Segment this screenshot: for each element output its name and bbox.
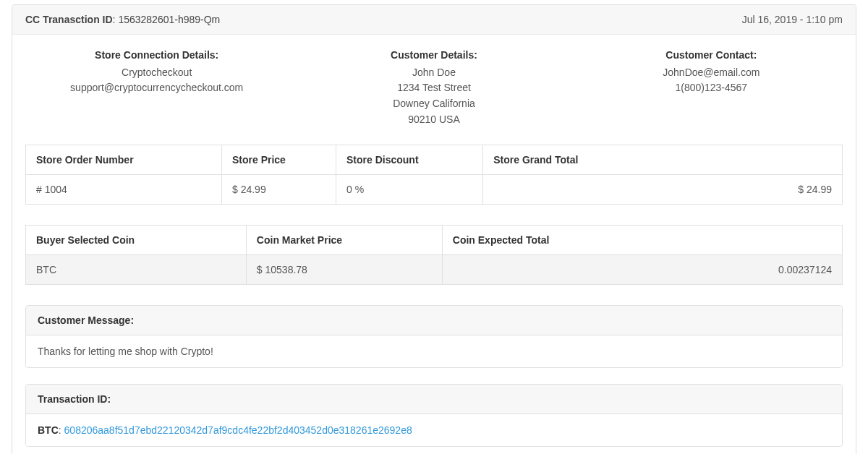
customer-contact-email: JohnDoe@email.com [580, 65, 843, 81]
store-connection-details: Store Connection Details: Cryptocheckout… [25, 48, 288, 127]
col-market-price: Coin Market Price [246, 226, 442, 255]
customer-postal: 90210 USA [302, 112, 565, 128]
transaction-id-body: BTC: 608206aa8f51d7ebd22120342d7af9cdc4f… [26, 414, 842, 446]
customer-message-body: Thanks for letting me shop with Crypto! [26, 335, 842, 367]
card-header: CC Tranasction ID: 1563282601-h989-Qm Ju… [12, 5, 856, 35]
col-store-price: Store Price [221, 145, 336, 175]
store-email: support@cryptocurrencycheckout.com [25, 80, 288, 96]
customer-contact-phone: 1(800)123-4567 [580, 80, 843, 96]
col-store-grand-total: Store Grand Total [483, 145, 843, 175]
cell-store-price: $ 24.99 [221, 175, 336, 205]
coin-table-row: BTC $ 10538.78 0.00237124 [26, 255, 843, 285]
cc-transaction-id: CC Tranasction ID: 1563282601-h989-Qm [25, 14, 220, 25]
customer-contact: Customer Contact: JohnDoe@email.com 1(80… [580, 48, 843, 127]
cell-order-number: # 1004 [26, 175, 222, 205]
col-selected-coin: Buyer Selected Coin [26, 226, 247, 255]
order-table-header-row: Store Order Number Store Price Store Dis… [26, 145, 843, 175]
customer-city: Downey California [302, 96, 565, 112]
coin-table: Buyer Selected Coin Coin Market Price Co… [25, 225, 843, 285]
cell-store-grand-total: $ 24.99 [483, 175, 843, 205]
customer-message-title: Customer Message: [26, 306, 842, 335]
transaction-coin-label: BTC [38, 424, 59, 436]
transaction-id-title: Transaction ID: [26, 385, 842, 414]
coin-table-header-row: Buyer Selected Coin Coin Market Price Co… [26, 226, 843, 255]
col-order-number: Store Order Number [26, 145, 222, 175]
customer-details-title: Customer Details: [302, 48, 565, 64]
order-table: Store Order Number Store Price Store Dis… [25, 145, 843, 205]
customer-street: 1234 Test Street [302, 80, 565, 96]
col-expected-total: Coin Expected Total [442, 226, 842, 255]
cc-transaction-id-value: 1563282601-h989-Qm [118, 14, 220, 25]
customer-name: John Doe [302, 65, 565, 81]
customer-message-panel: Customer Message: Thanks for letting me … [25, 305, 843, 368]
details-row: Store Connection Details: Cryptocheckout… [25, 48, 843, 127]
cell-selected-coin: BTC [26, 255, 247, 285]
customer-details: Customer Details: John Doe 1234 Test Str… [302, 48, 565, 127]
card-body: Store Connection Details: Cryptocheckout… [12, 35, 856, 454]
transaction-timestamp: Jul 16, 2019 - 1:10 pm [742, 14, 843, 25]
cc-transaction-id-label: CC Tranasction ID [25, 14, 113, 25]
col-store-discount: Store Discount [336, 145, 483, 175]
transaction-card: CC Tranasction ID: 1563282601-h989-Qm Ju… [12, 4, 856, 454]
store-connection-title: Store Connection Details: [25, 48, 288, 64]
order-table-row: # 1004 $ 24.99 0 % $ 24.99 [26, 175, 843, 205]
cell-store-discount: 0 % [336, 175, 483, 205]
cell-market-price: $ 10538.78 [246, 255, 442, 285]
transaction-hash-link[interactable]: 608206aa8f51d7ebd22120342d7af9cdc4fe22bf… [64, 424, 412, 436]
transaction-id-panel: Transaction ID: BTC: 608206aa8f51d7ebd22… [25, 384, 843, 447]
cell-expected-total: 0.00237124 [442, 255, 842, 285]
store-name: Cryptocheckout [25, 65, 288, 81]
customer-contact-title: Customer Contact: [580, 48, 843, 64]
